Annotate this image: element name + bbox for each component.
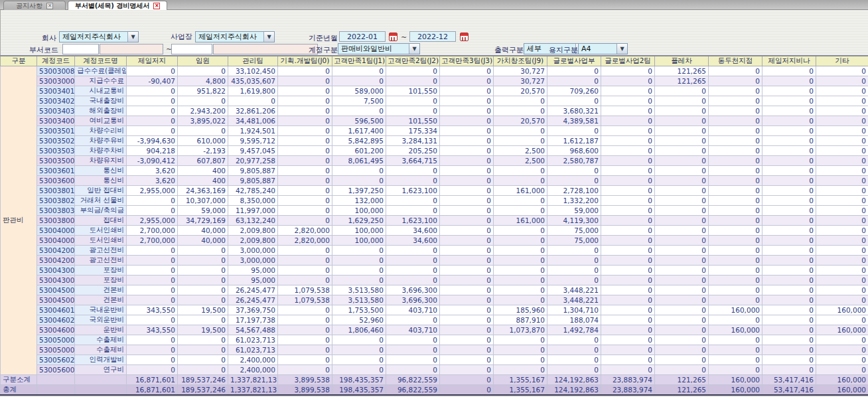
amount-cell[interactable]: 0 [440, 176, 494, 186]
amount-cell[interactable]: 124,192,863 [547, 385, 601, 396]
amount-cell[interactable]: 189,537,246 [178, 385, 228, 396]
amount-cell[interactable]: 132,000 [332, 196, 386, 206]
amount-cell[interactable]: 0 [440, 126, 494, 136]
account-code-cell[interactable]: 53003803 [37, 206, 75, 216]
account-code-cell[interactable]: 53004300 [37, 276, 75, 285]
amount-cell[interactable]: 53,417,416 [762, 375, 816, 385]
amount-cell[interactable]: 0 [547, 276, 601, 285]
amount-cell[interactable]: 3,448,221 [547, 285, 601, 295]
amount-cell[interactable]: 3,680,321 [547, 106, 601, 116]
amount-cell[interactable]: 63,132,240 [228, 216, 278, 226]
amount-cell[interactable]: 2,009,800 [228, 226, 278, 236]
amount-cell[interactable]: 3,895,022 [178, 116, 228, 126]
amount-cell[interactable]: 160,000 [709, 385, 762, 396]
amount-cell[interactable]: 0 [816, 285, 868, 295]
amount-cell[interactable]: 0 [494, 166, 547, 176]
amount-cell[interactable]: 0 [547, 266, 601, 276]
amount-cell[interactable]: 0 [386, 365, 440, 375]
chevron-down-icon[interactable]: ▼ [263, 32, 274, 42]
amount-cell[interactable]: 0 [762, 315, 816, 325]
amount-cell[interactable]: 2,500 [494, 156, 547, 166]
amount-cell[interactable]: 0 [332, 345, 386, 355]
amount-cell[interactable]: 0 [655, 305, 709, 315]
amount-cell[interactable]: 121,265 [655, 375, 709, 385]
amount-cell[interactable]: 0 [816, 136, 868, 146]
amount-cell[interactable]: 343,550 [127, 305, 178, 315]
amount-cell[interactable]: 0 [278, 106, 332, 116]
amount-cell[interactable]: 968,600 [547, 146, 601, 156]
amount-cell[interactable]: 0 [816, 166, 868, 176]
amount-cell[interactable]: 16,871,601 [127, 375, 178, 385]
amount-cell[interactable]: 0 [278, 216, 332, 226]
account-name-cell[interactable]: 여비교통비 [75, 116, 127, 126]
chevron-down-icon[interactable]: ▼ [616, 44, 627, 54]
account-name-cell[interactable]: 해외출장비 [75, 106, 127, 116]
amount-cell[interactable]: 0 [601, 256, 655, 266]
amount-cell[interactable]: 0 [127, 116, 178, 126]
amount-cell[interactable]: 0 [278, 256, 332, 266]
amount-cell[interactable]: 0 [440, 305, 494, 315]
amount-cell[interactable]: 0 [547, 365, 601, 375]
amount-cell[interactable]: 0 [178, 66, 228, 76]
amount-cell[interactable]: 0 [762, 106, 816, 116]
amount-cell[interactable]: 4,800 [178, 76, 228, 86]
account-code-cell[interactable]: 53005000 [37, 335, 75, 345]
amount-cell[interactable]: 7,500 [332, 96, 386, 106]
amount-cell[interactable]: 0 [278, 276, 332, 285]
amount-cell[interactable]: 0 [278, 156, 332, 166]
amount-cell[interactable]: 0 [386, 66, 440, 76]
dept-code-from-name-input[interactable] [100, 44, 163, 54]
chevron-down-icon[interactable]: ▼ [409, 44, 419, 54]
amount-cell[interactable]: 2,580,787 [547, 156, 601, 166]
amount-cell[interactable]: 0 [601, 325, 655, 335]
amount-cell[interactable]: 0 [178, 345, 228, 355]
amount-cell[interactable]: 0 [655, 86, 709, 96]
amount-cell[interactable]: 0 [601, 126, 655, 136]
amount-cell[interactable]: 2,820,000 [278, 236, 332, 246]
amount-cell[interactable]: 2,500 [494, 146, 547, 156]
amount-cell[interactable]: 0 [816, 116, 868, 126]
amount-cell[interactable]: 0 [709, 256, 762, 266]
amount-cell[interactable]: 0 [278, 176, 332, 186]
amount-cell[interactable]: 0 [816, 365, 868, 375]
dept-code-from-input[interactable] [62, 44, 99, 54]
amount-cell[interactable]: 26,245,477 [228, 295, 278, 305]
amount-cell[interactable]: 160,000 [709, 325, 762, 335]
amount-cell[interactable]: 1,337,821,131 [228, 375, 278, 385]
amount-cell[interactable]: 0 [762, 325, 816, 335]
amount-cell[interactable]: 0 [816, 355, 868, 365]
account-code-cell[interactable]: 53004500 [37, 285, 75, 295]
amount-cell[interactable]: 0 [386, 246, 440, 256]
amount-cell[interactable]: 0 [709, 285, 762, 295]
amount-cell[interactable]: 0 [709, 146, 762, 156]
amount-cell[interactable]: 0 [601, 226, 655, 236]
amount-cell[interactable]: 0 [655, 365, 709, 375]
amount-cell[interactable]: 2,700,000 [127, 236, 178, 246]
amount-cell[interactable]: 0 [547, 246, 601, 256]
account-name-cell[interactable]: 광고선전비 [75, 246, 127, 256]
amount-cell[interactable]: 100,000 [332, 226, 386, 236]
amount-cell[interactable]: 0 [332, 266, 386, 276]
amount-cell[interactable]: 0 [178, 365, 228, 375]
amount-cell[interactable]: 0 [655, 136, 709, 146]
account-code-cell[interactable]: 53003502 [37, 136, 75, 146]
amount-cell[interactable]: 0 [762, 365, 816, 375]
amount-cell[interactable]: 343,550 [127, 325, 178, 335]
account-name-cell[interactable]: 국내운반비 [75, 305, 127, 315]
amount-cell[interactable]: 0 [440, 345, 494, 355]
amount-cell[interactable]: 0 [494, 236, 547, 246]
amount-cell[interactable]: 0 [762, 206, 816, 216]
amount-cell[interactable]: 188,074 [547, 315, 601, 325]
amount-cell[interactable]: 0 [278, 196, 332, 206]
amount-cell[interactable]: 0 [655, 146, 709, 156]
amount-cell[interactable]: 0 [440, 146, 494, 156]
amount-cell[interactable]: 160,000 [816, 385, 868, 396]
amount-cell[interactable]: 0 [709, 126, 762, 136]
amount-cell[interactable]: 0 [816, 206, 868, 216]
account-code-cell[interactable]: 53005600 [37, 365, 75, 375]
amount-cell[interactable]: 1,623,100 [386, 216, 440, 226]
account-code-cell[interactable]: 53004000 [37, 226, 75, 236]
amount-cell[interactable]: 0 [762, 266, 816, 276]
account-name-cell[interactable]: 포장비 [75, 276, 127, 285]
amount-cell[interactable]: 0 [709, 335, 762, 345]
